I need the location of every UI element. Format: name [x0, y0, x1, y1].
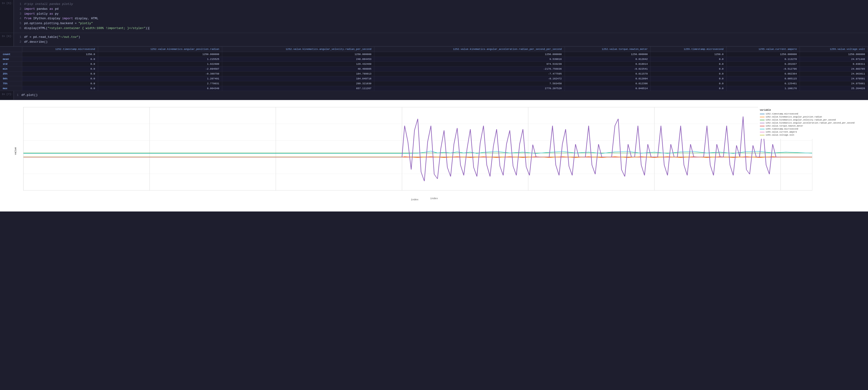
- table-cell: 1250.000000: [222, 52, 374, 57]
- x-axis-label: index: [411, 198, 418, 201]
- table-row: mean0.01.215525248.8044539.5390160.01204…: [0, 57, 868, 62]
- table-row: 75%0.02.779031299.3210307.5834580.012396…: [0, 81, 868, 86]
- legend-title: variable: [760, 109, 855, 112]
- table-cell: 0.0: [651, 62, 726, 67]
- table-cell: -7.477595: [374, 71, 565, 77]
- table-header-col7: 1255.value.current.ampere: [726, 47, 800, 52]
- code-line: 2 import pandas as pd: [17, 7, 865, 11]
- table-header-col4: 1252.value.kinematics.angular_accelerati…: [374, 47, 565, 52]
- x-axis-label: index: [430, 197, 438, 200]
- table-header-index: [0, 47, 22, 52]
- table-cell: 25.264626: [800, 86, 868, 91]
- table-cell: 48.408085: [222, 67, 374, 71]
- table-cell: 6.064349: [98, 86, 222, 91]
- legend-item-4: 1252.value.kinematics.angular_accelerati…: [760, 122, 855, 124]
- legend-color-1: [760, 114, 765, 114]
- table-cell: 0.125461: [726, 81, 800, 86]
- table-header-col1: 1252.timestamp.microsecond: [22, 47, 98, 52]
- cell-7-code[interactable]: 1 df.plot(): [14, 91, 868, 99]
- legend-item-1: 1252.timestamp.microsecond: [760, 113, 855, 115]
- chart-svg: 3000 2000 1000 0 −1000 −2000 0 200 400 6…: [23, 107, 812, 190]
- legend-item-7: 1255.value.current.ampere: [760, 131, 855, 133]
- legend-item-3: 1252.value.kinematics.angular_velocity.r…: [760, 119, 855, 121]
- row-label: 25%: [0, 71, 22, 77]
- legend-color-6: [760, 129, 765, 129]
- code-line: 6 display(HTML("<style>.container { widt…: [17, 26, 865, 31]
- table-cell: 657.111267: [222, 86, 374, 91]
- table-cell: 0.011579: [565, 71, 651, 77]
- table-cell: 129.432469: [222, 62, 374, 67]
- table-cell: 0.012396: [565, 81, 651, 86]
- code-line: 2 df.describe(): [17, 40, 865, 44]
- table-cell: -0.022541: [565, 67, 651, 71]
- table-row: 50%0.01.207491184.849716-0.1624720.01209…: [0, 77, 868, 81]
- row-label: count: [0, 52, 22, 57]
- table-cell: 7.583458: [374, 81, 565, 86]
- table-cell: 1250.0: [22, 52, 98, 57]
- cell-6-code[interactable]: 1 df = pd.read_table("~/out.tsv") 2 df.d…: [14, 33, 868, 47]
- table-cell: 0.085115: [726, 77, 800, 81]
- table-cell: -0.162472: [374, 77, 565, 81]
- table-cell: 2.779031: [98, 81, 222, 86]
- notebook: In [5]: 1 #!pip install pandas plotly 2 …: [0, 0, 868, 211]
- legend-color-7: [760, 132, 765, 132]
- table-cell: 0.0: [22, 71, 98, 77]
- legend-item-5: 1252.value.torque.newton_meter: [760, 125, 855, 127]
- legend-item-8: 1255.value.voltage.volt: [760, 134, 855, 136]
- cell-7-label: In [7]:: [0, 91, 14, 99]
- table-cell: 1250.000000: [374, 52, 565, 57]
- cell-5-label: In [5]:: [0, 0, 14, 33]
- table-row: std0.01.922600129.432469974.5332390.0189…: [0, 62, 868, 67]
- code-line: 3 import plotly as py: [17, 11, 865, 17]
- table-row: min0.0-2.89458748.408085-2176.756836-0.0…: [0, 67, 868, 71]
- table-cell: 0.082364: [726, 71, 800, 77]
- table-cell: 0.0: [651, 71, 726, 77]
- table-cell: 0.0: [651, 77, 726, 81]
- table-header-col2: 1252.value.kinematics.angular_position.r…: [98, 47, 222, 52]
- cell-6: In [6]: 1 df = pd.read_table("~/out.tsv"…: [0, 33, 868, 47]
- legend-item-2: 1252.value.kinematics.angular_position.r…: [760, 116, 855, 118]
- table-cell: 0.0: [651, 67, 726, 71]
- code-line: 1 #!pip install pandas plotly: [17, 2, 865, 7]
- table-cell: -2.894587: [98, 67, 222, 71]
- table-cell: 1250.000000: [800, 52, 868, 57]
- row-label: std: [0, 62, 22, 67]
- table-header-col6: 1255.timestamp.microsecond: [651, 47, 726, 52]
- row-label: min: [0, 67, 22, 71]
- legend-color-2: [760, 117, 765, 117]
- row-label: mean: [0, 57, 22, 62]
- legend-color-3: [760, 120, 765, 120]
- cell-7: In [7]: 1 df.plot(): [0, 91, 868, 100]
- describe-table: 1252.timestamp.microsecond 1252.value.ki…: [0, 47, 868, 91]
- y-axis-label: value: [14, 147, 17, 155]
- table-cell: 1.922600: [98, 62, 222, 67]
- table-cell: 184.789913: [222, 71, 374, 77]
- cell-6-label: In [6]:: [0, 33, 14, 47]
- table-cell: 24.883785: [800, 67, 868, 71]
- table-cell: 0.0: [22, 77, 98, 81]
- table-cell: 24.963811: [800, 71, 868, 77]
- table-cell: 184.849716: [222, 77, 374, 81]
- table-cell: 0.046514: [565, 86, 651, 91]
- table-row: count1250.01250.0000001250.0000001250.00…: [0, 52, 868, 57]
- legend-color-5: [760, 126, 765, 126]
- table-cell: 0.113270: [726, 57, 800, 62]
- table-cell: 1.215525: [98, 57, 222, 62]
- table-cell: 1250.000000: [98, 52, 222, 57]
- cell-5-code[interactable]: 1 #!pip install pandas plotly 2 import p…: [14, 0, 868, 33]
- table-cell: 974.533239: [374, 62, 565, 67]
- table-header-col8: 1255.value.voltage.volt: [800, 47, 868, 52]
- legend-color-4: [760, 123, 765, 123]
- table-cell: 0.018914: [565, 62, 651, 67]
- table-cell: 0.0: [651, 86, 726, 91]
- legend-color-8: [760, 135, 765, 136]
- table-header-col5: 1252.value.torque.newton_meter: [565, 47, 651, 52]
- table-cell: 248.804453: [222, 57, 374, 62]
- table-cell: 1.108176: [726, 86, 800, 91]
- table-cell: 0.0: [22, 81, 98, 86]
- row-label: 50%: [0, 77, 22, 81]
- chart-output: value index: [0, 100, 868, 211]
- code-line: 5 pd.options.plotting.backend = "plotly": [17, 21, 865, 26]
- table-cell: 0.0: [22, 86, 98, 91]
- table-cell: 24.970591: [800, 77, 868, 81]
